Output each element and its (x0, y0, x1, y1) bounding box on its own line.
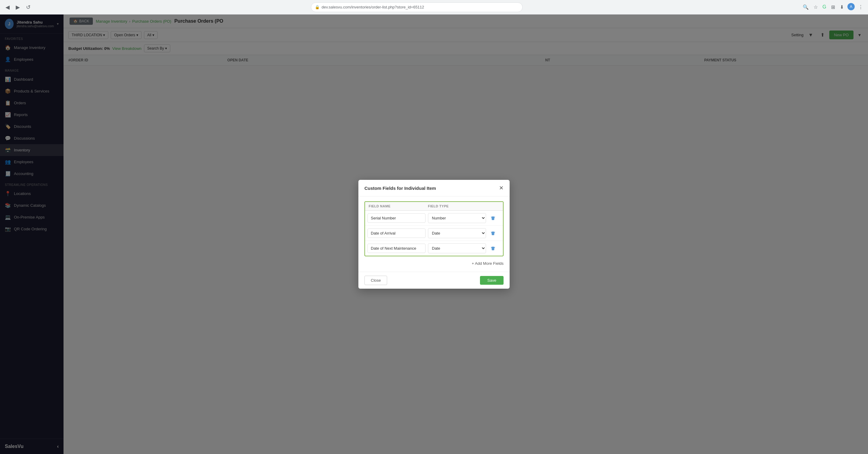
svg-rect-0 (491, 217, 495, 217)
field-row: Number Date Text Checkbox (365, 211, 503, 226)
field-name-input-3[interactable] (368, 244, 426, 253)
reload-btn[interactable]: ↺ (24, 3, 32, 12)
address-bar[interactable]: 🔒 dev.salesvu.com/inventories/order-list… (311, 2, 523, 12)
extensions-icon[interactable]: ⊞ (830, 3, 836, 11)
field-name-header: FIELD NAME (369, 204, 428, 208)
svg-rect-1 (491, 232, 495, 232)
security-icon: 🔒 (315, 5, 320, 9)
modal-header: Custom Fields for Individual Item ✕ (359, 180, 509, 196)
modal-close-btn[interactable]: Close (365, 275, 387, 285)
delete-field-btn-1[interactable] (489, 214, 497, 223)
modal-body: FIELD NAME FIELD TYPE Number Date Text C… (359, 196, 509, 272)
modal-overlay[interactable]: Custom Fields for Individual Item ✕ FIEL… (0, 14, 868, 454)
browser-chrome: ◀ ▶ ↺ 🔒 dev.salesvu.com/inventories/orde… (0, 0, 868, 14)
field-row: Number Date Text Checkbox (365, 226, 503, 241)
field-type-select-2[interactable]: Number Date Text Checkbox (428, 228, 486, 238)
add-more-fields-btn[interactable]: + Add More Fields (365, 256, 503, 267)
custom-fields-modal: Custom Fields for Individual Item ✕ FIEL… (359, 180, 509, 289)
field-name-input-2[interactable] (368, 228, 426, 238)
modal-save-btn[interactable]: Save (480, 276, 503, 285)
download-icon[interactable]: ⬇ (839, 3, 845, 11)
grammarly-icon[interactable]: G (822, 3, 828, 11)
modal-title: Custom Fields for Individual Item (365, 186, 436, 191)
field-type-select-1[interactable]: Number Date Text Checkbox (428, 213, 486, 223)
fields-table-header: FIELD NAME FIELD TYPE (365, 202, 503, 211)
delete-field-btn-3[interactable] (489, 244, 497, 253)
browser-actions: 🔍 ☆ G ⊞ ⬇ A ⋮ (802, 3, 864, 11)
search-icon[interactable]: 🔍 (802, 3, 810, 11)
field-type-header: FIELD TYPE (428, 204, 487, 208)
svg-rect-2 (491, 247, 495, 248)
url-text: dev.salesvu.com/inventories/order-list.p… (321, 5, 424, 9)
delete-field-btn-2[interactable] (489, 229, 497, 238)
back-btn[interactable]: ◀ (4, 3, 11, 12)
profile-icon[interactable]: A (847, 3, 855, 10)
field-type-select-3[interactable]: Number Date Text Checkbox (428, 243, 486, 253)
field-name-input-1[interactable] (368, 214, 426, 223)
modal-footer: Close Save (359, 272, 509, 289)
forward-btn[interactable]: ▶ (14, 3, 22, 12)
field-row: Number Date Text Checkbox (365, 241, 503, 256)
menu-icon[interactable]: ⋮ (857, 3, 864, 11)
bookmark-icon[interactable]: ☆ (812, 3, 819, 11)
fields-table: FIELD NAME FIELD TYPE Number Date Text C… (365, 201, 503, 256)
modal-close-button[interactable]: ✕ (499, 185, 503, 191)
